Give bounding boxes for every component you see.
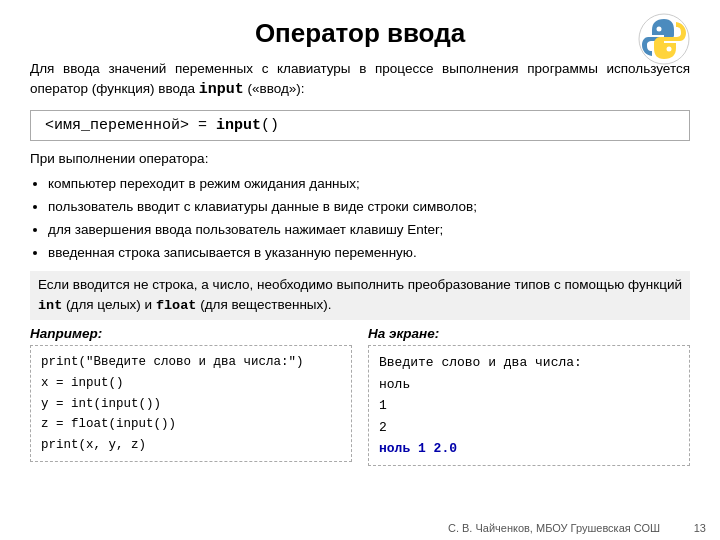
footer-author: С. В. Чайченков, МБОУ Грушевская СОШ	[448, 522, 660, 534]
example-code-label: Например:	[30, 326, 352, 341]
code-line-2: x = input()	[41, 373, 341, 394]
intro-keyword: input	[199, 81, 244, 98]
output-line-4: 2	[379, 417, 679, 438]
convert-text-1: Если вводится не строка, а число, необхо…	[38, 277, 682, 292]
syntax-var: <имя_переменной>	[45, 117, 189, 134]
header: Оператор ввода	[30, 18, 690, 49]
code-example-col: Например: print("Введите слово и два чис…	[30, 326, 352, 466]
slide-page: Оператор ввода Для ввода значений переме…	[0, 0, 720, 540]
bullet-item-4: введенная строка записывается в указанну…	[48, 242, 690, 265]
convert-text-3: (для вещественных).	[196, 297, 331, 312]
convert-float-keyword: float	[156, 298, 197, 313]
intro-text-after: («ввод»):	[244, 81, 305, 96]
svg-point-2	[667, 47, 672, 52]
output-example-box: Введите слово и два числа: ноль 1 2 ноль…	[368, 345, 690, 466]
code-line-5: print(x, y, z)	[41, 435, 341, 456]
intro-text-before: Для ввода значений переменных с клавиату…	[30, 61, 690, 96]
footer: С. В. Чайченков, МБОУ Грушевская СОШ 13	[448, 522, 706, 534]
output-line-1: Введите слово и два числа:	[379, 352, 679, 373]
page-title: Оператор ввода	[255, 18, 465, 49]
syntax-func: input	[216, 117, 261, 134]
code-line-4: z = float(input())	[41, 414, 341, 435]
convert-int-keyword: int	[38, 298, 62, 313]
syntax-eq: =	[189, 117, 216, 134]
examples-row: Например: print("Введите слово и два чис…	[30, 326, 690, 466]
execution-header: При выполнении оператора:	[30, 149, 690, 169]
example-screen-label: На экране:	[368, 326, 690, 341]
output-line-3: 1	[379, 395, 679, 416]
conversion-text: Если вводится не строка, а число, необхо…	[30, 271, 690, 321]
code-line-1: print("Введите слово и два числа:")	[41, 352, 341, 373]
svg-point-1	[657, 27, 662, 32]
output-example-col: На экране: Введите слово и два числа: но…	[368, 326, 690, 466]
syntax-box: <имя_переменной> = input()	[30, 110, 690, 141]
bullet-item-1: компьютер переходит в режим ожидания дан…	[48, 173, 690, 196]
code-example-box: print("Введите слово и два числа:") x = …	[30, 345, 352, 462]
output-line-2: ноль	[379, 374, 679, 395]
intro-paragraph: Для ввода значений переменных с клавиату…	[30, 59, 690, 102]
bullet-list: компьютер переходит в режим ожидания дан…	[48, 173, 690, 265]
syntax-parens: ()	[261, 117, 279, 134]
code-line-3: y = int(input())	[41, 394, 341, 415]
bullet-item-2: пользователь вводит с клавиатуры данные …	[48, 196, 690, 219]
output-line-5: ноль 1 2.0	[379, 438, 679, 459]
python-logo-icon	[638, 13, 690, 65]
page-number: 13	[694, 522, 706, 534]
bullet-item-3: для завершения ввода пользователь нажима…	[48, 219, 690, 242]
convert-text-2: (для целых) и	[62, 297, 156, 312]
